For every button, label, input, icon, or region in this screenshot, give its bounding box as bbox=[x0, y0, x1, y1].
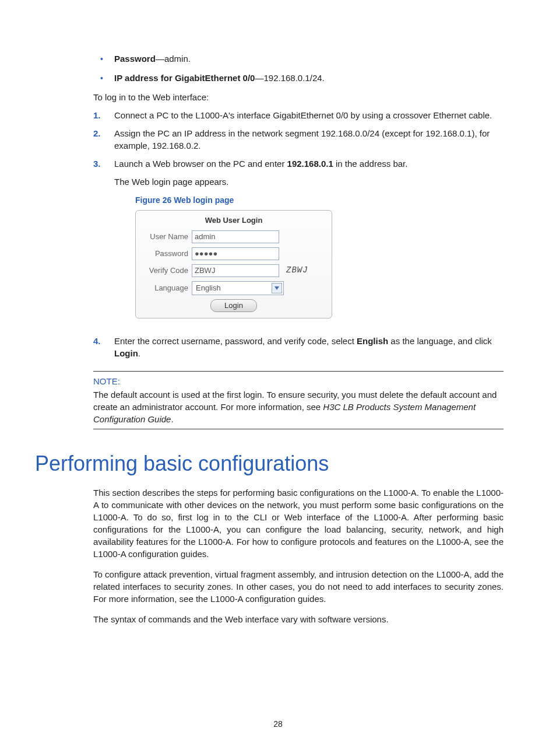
note-box: NOTE: The default account is used at the… bbox=[93, 371, 504, 429]
login-button[interactable]: Login bbox=[210, 299, 257, 312]
language-label: Language bbox=[142, 283, 192, 293]
login-title: Web User Login bbox=[142, 215, 326, 226]
step-number: 4. bbox=[93, 335, 101, 347]
bullet-item: Password—admin. bbox=[93, 52, 504, 65]
step-text-pre: Enter the correct username, password, an… bbox=[114, 336, 357, 346]
step-sub: The Web login page appears. bbox=[114, 176, 504, 188]
captcha-image: ZBWJ bbox=[286, 265, 308, 276]
step-strong: English bbox=[357, 336, 388, 346]
language-value: English bbox=[196, 283, 221, 293]
bullet-strong: IP address for GigabitEthernet 0/0 bbox=[114, 73, 255, 83]
step-text-post: in the address bar. bbox=[333, 159, 408, 169]
step-text-mid: as the language, and click bbox=[388, 336, 492, 346]
step-number: 2. bbox=[93, 127, 101, 139]
step-text: Connect a PC to the L1000-A's interface … bbox=[114, 110, 492, 120]
bullet-rest: —admin. bbox=[156, 54, 191, 64]
step-number: 1. bbox=[93, 109, 101, 121]
step-strong: 192.168.0.1 bbox=[287, 159, 333, 169]
step-text-pre: Launch a Web browser on the PC and enter bbox=[114, 159, 287, 169]
paragraph: This section describes the steps for per… bbox=[93, 487, 504, 560]
section-heading: Performing basic configurations bbox=[35, 449, 521, 478]
step-2: 2. Assign the PC an IP address in the ne… bbox=[93, 127, 504, 152]
verify-code-label: Verify Code bbox=[142, 265, 192, 276]
paragraph: To configure attack prevention, virtual … bbox=[93, 568, 504, 605]
password-input[interactable] bbox=[192, 247, 279, 260]
username-label: User Name bbox=[142, 232, 192, 242]
step-text-post: . bbox=[138, 348, 140, 358]
paragraph: The syntax of commands and the Web inter… bbox=[93, 613, 504, 625]
language-select[interactable]: English bbox=[192, 281, 284, 295]
intro-text: To log in to the Web interface: bbox=[93, 91, 504, 103]
bullet-strong: Password bbox=[114, 54, 156, 64]
note-body: The default account is used at the first… bbox=[93, 388, 504, 425]
username-input[interactable] bbox=[192, 230, 279, 243]
note-label: NOTE: bbox=[93, 375, 504, 387]
step-4: 4. Enter the correct username, password,… bbox=[93, 335, 504, 359]
verify-code-input[interactable] bbox=[192, 264, 279, 277]
figure-caption: Figure 26 Web login page bbox=[135, 195, 504, 206]
bullet-list: Password—admin. IP address for GigabitEt… bbox=[93, 52, 504, 84]
step-strong: Login bbox=[114, 348, 138, 358]
bullet-rest: —192.168.0.1/24. bbox=[255, 73, 324, 83]
page-number: 28 bbox=[35, 719, 521, 730]
step-3: 3. Launch a Web browser on the PC and en… bbox=[93, 158, 504, 318]
step-1: 1. Connect a PC to the L1000-A's interfa… bbox=[93, 109, 504, 121]
step-number: 3. bbox=[93, 158, 101, 170]
chevron-down-icon bbox=[272, 283, 282, 293]
bullet-item: IP address for GigabitEthernet 0/0—192.1… bbox=[93, 72, 504, 84]
login-dialog: Web User Login User Name Password Verify… bbox=[135, 210, 332, 318]
password-label: Password bbox=[142, 249, 192, 259]
step-text: Assign the PC an IP address in the netwo… bbox=[114, 128, 490, 150]
